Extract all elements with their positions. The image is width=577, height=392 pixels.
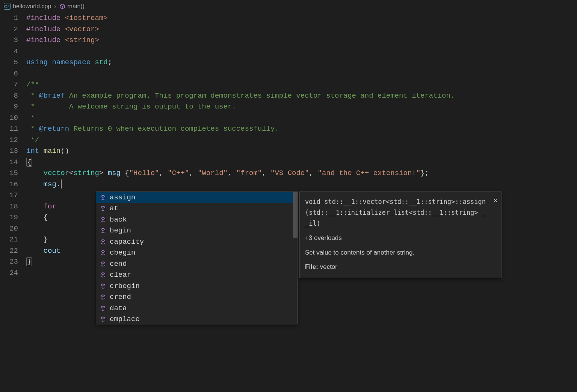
line-number: 19 xyxy=(0,212,18,223)
method-icon xyxy=(100,261,106,267)
code-line[interactable]: * A welcome string is output to the user… xyxy=(26,101,577,113)
suggest-item-label: clear xyxy=(110,271,131,279)
cpp-file-icon: C⁺ xyxy=(4,3,11,10)
code-line[interactable]: #include <iostream> xyxy=(26,13,577,24)
method-icon xyxy=(100,316,106,322)
method-icon xyxy=(100,228,106,234)
suggest-item-label: data xyxy=(110,304,127,312)
line-number: 23 xyxy=(0,256,18,268)
code-line[interactable] xyxy=(26,68,577,80)
intellisense-suggest-widget[interactable]: assignatbackbegincapacitycbegincendclear… xyxy=(96,191,298,324)
line-number: 15 xyxy=(0,168,18,179)
suggest-item-assign[interactable]: assign xyxy=(96,192,298,203)
code-editor[interactable]: 123456789101112131415161718192021222324 … xyxy=(0,13,577,392)
suggest-item-label: back xyxy=(110,216,127,224)
scrollbar-thumb[interactable] xyxy=(293,192,298,238)
line-number: 14 xyxy=(0,157,18,168)
method-icon xyxy=(100,283,106,289)
code-line[interactable]: { xyxy=(26,157,577,168)
suggest-item-begin[interactable]: begin xyxy=(96,225,298,237)
breadcrumb-file-label: helloworld.cpp xyxy=(13,3,51,10)
suggest-item-label: assign xyxy=(110,193,135,202)
line-number: 5 xyxy=(0,57,18,68)
line-number: 3 xyxy=(0,35,18,46)
suggest-item-label: cend xyxy=(110,260,127,268)
suggest-item-at[interactable]: at xyxy=(96,203,298,214)
breadcrumb-symbol-label: main() xyxy=(68,3,85,10)
doc-signature: void std::__1::vector<std::__1::string>:… xyxy=(305,196,487,229)
line-number: 22 xyxy=(0,246,18,257)
line-number: 13 xyxy=(0,146,18,157)
line-number: 9 xyxy=(0,101,18,113)
line-number: 17 xyxy=(0,190,18,201)
line-number-gutter: 123456789101112131415161718192021222324 xyxy=(0,13,26,392)
breadcrumb-file[interactable]: C⁺ helloworld.cpp xyxy=(4,3,51,10)
method-icon xyxy=(100,205,106,211)
suggest-item-data[interactable]: data xyxy=(96,303,298,314)
code-line[interactable]: * xyxy=(26,113,577,124)
suggest-item-label: emplace xyxy=(110,315,140,323)
suggest-item-clear[interactable]: clear xyxy=(96,270,298,281)
line-number: 2 xyxy=(0,24,18,35)
code-line[interactable]: * @brief An example program. This progra… xyxy=(26,90,577,102)
code-line[interactable]: #include <vector> xyxy=(26,24,577,35)
method-icon xyxy=(59,3,65,9)
suggest-item-label: capacity xyxy=(110,238,144,246)
code-line[interactable]: * @return Returns 0 when execution compl… xyxy=(26,124,577,135)
suggest-item-cend[interactable]: cend xyxy=(96,258,298,270)
line-number: 1 xyxy=(0,13,18,24)
method-icon xyxy=(100,272,106,278)
method-icon xyxy=(100,239,106,245)
suggest-item-label: at xyxy=(110,204,118,213)
code-line[interactable]: int main() xyxy=(26,146,577,157)
line-number: 12 xyxy=(0,135,18,146)
doc-summary: Set value to contents of another string. xyxy=(305,247,487,258)
code-area[interactable]: #include <iostream>#include <vector>#inc… xyxy=(26,13,577,392)
doc-file: File: vector xyxy=(305,262,487,273)
suggest-item-label: cbegin xyxy=(110,249,135,257)
code-line[interactable]: msg. xyxy=(26,179,577,190)
code-line[interactable]: #include <string> xyxy=(26,35,577,46)
line-number: 10 xyxy=(0,113,18,124)
method-icon xyxy=(100,305,106,311)
line-number: 11 xyxy=(0,124,18,135)
suggest-item-label: crbegin xyxy=(110,282,140,290)
breadcrumb-symbol[interactable]: main() xyxy=(59,3,85,10)
suggest-item-emplace[interactable]: emplace xyxy=(96,314,298,324)
breadcrumb: C⁺ helloworld.cpp › main() xyxy=(0,0,577,13)
line-number: 18 xyxy=(0,201,18,213)
line-number: 8 xyxy=(0,90,18,102)
line-number: 7 xyxy=(0,79,18,90)
code-line[interactable]: /** xyxy=(26,79,577,90)
suggest-item-capacity[interactable]: capacity xyxy=(96,236,298,247)
suggest-item-crbegin[interactable]: crbegin xyxy=(96,280,298,292)
line-number: 24 xyxy=(0,268,18,279)
suggest-item-back[interactable]: back xyxy=(96,214,298,225)
suggest-item-crend[interactable]: crend xyxy=(96,292,298,303)
line-number: 21 xyxy=(0,234,18,246)
code-line[interactable]: vector<string> msg {"Hello", "C++", "Wor… xyxy=(26,168,577,179)
code-line[interactable]: */ xyxy=(26,135,577,146)
method-icon xyxy=(100,217,106,223)
suggest-item-label: begin xyxy=(110,226,131,235)
intellisense-doc-widget: × void std::__1::vector<std::__1::string… xyxy=(299,191,501,278)
close-icon[interactable]: × xyxy=(493,195,497,207)
chevron-right-icon: › xyxy=(54,3,56,10)
method-icon xyxy=(100,194,106,201)
line-number: 4 xyxy=(0,46,18,57)
line-number: 16 xyxy=(0,179,18,190)
doc-overloads: +3 overloads xyxy=(305,233,487,244)
suggest-item-cbegin[interactable]: cbegin xyxy=(96,247,298,259)
line-number: 6 xyxy=(0,68,18,80)
suggest-item-label: crend xyxy=(110,293,131,301)
method-icon xyxy=(100,294,106,300)
method-icon xyxy=(100,250,106,256)
code-line[interactable]: using namespace std; xyxy=(26,57,577,68)
line-number: 20 xyxy=(0,223,18,235)
code-line[interactable] xyxy=(26,46,577,57)
